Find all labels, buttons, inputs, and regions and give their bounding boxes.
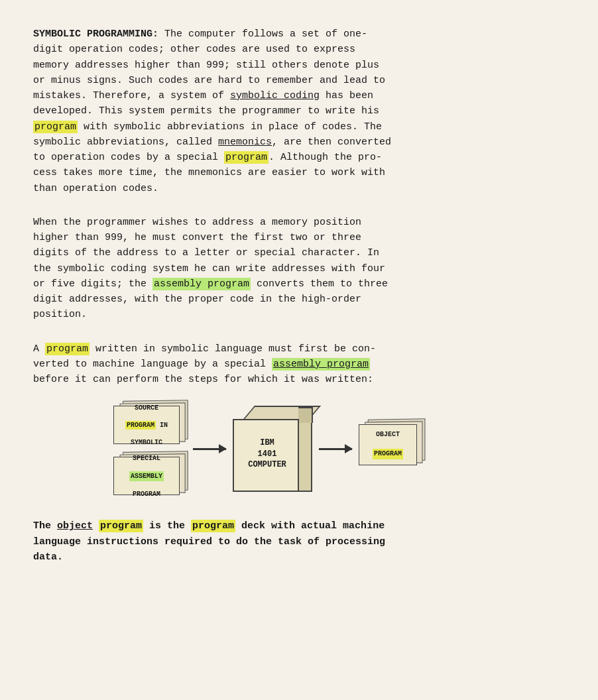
obj-card-front: OBJECT PROGRAM xyxy=(359,424,417,465)
computer-label: IBM 1401 COMPUTER xyxy=(234,438,300,471)
bottom-section: The object program is the program deck w… xyxy=(33,518,565,565)
program-highlight-5: program xyxy=(191,520,235,532)
obj-program-yellow: PROGRAM xyxy=(373,449,403,459)
special-label-line1: SPECIAL xyxy=(133,454,160,463)
para2-text: When the programmer wishes to address a … xyxy=(33,217,388,321)
input-card-stack: SOURCE PROGRAM IN SYMBOLIC SPECIAL ASSEM… xyxy=(113,406,186,492)
assembly-program-underline: assembly program xyxy=(272,358,370,371)
page-content: SYMBOLIC PROGRAMMING: The computer follo… xyxy=(33,27,565,565)
program-highlight-4: program xyxy=(99,520,143,532)
computer-line1: IBM xyxy=(260,438,274,447)
assembly-program-highlight-1: assembly program xyxy=(152,278,251,290)
assembly-label-green: ASSEMBLY xyxy=(129,471,164,481)
source-label-line4: SYMBOLIC xyxy=(131,438,162,447)
object-program-stack: OBJECT PROGRAM xyxy=(359,424,425,474)
arrow-line-1 xyxy=(193,448,226,450)
paragraph-2: When the programmer wishes to address a … xyxy=(33,215,565,323)
arrow-1 xyxy=(193,448,226,450)
para1-text: SYMBOLIC PROGRAMMING: The computer follo… xyxy=(33,29,391,194)
special-assembly-card: SPECIAL ASSEMBLY PROGRAM xyxy=(113,457,186,495)
mnemonics-underline: mnemonics xyxy=(218,137,272,148)
source-label-line1: SOURCE xyxy=(135,404,158,412)
computer-front-face: IBM 1401 COMPUTER xyxy=(233,419,299,492)
assembly-program-highlight-2: assembly program xyxy=(272,358,370,371)
program-highlight-3: program xyxy=(45,343,90,355)
obj-label-line1: OBJECT xyxy=(376,430,400,439)
arrow-2 xyxy=(319,448,352,450)
computer-box: IBM 1401 COMPUTER xyxy=(233,406,312,492)
arrow-line-2 xyxy=(319,448,352,450)
paragraph-1: SYMBOLIC PROGRAMMING: The computer follo… xyxy=(33,27,565,196)
symbolic-coding-underline: symbolic coding xyxy=(230,90,320,101)
source-program-card: SOURCE PROGRAM IN SYMBOLIC xyxy=(113,406,186,444)
paragraph-3: A program written in symbolic language m… xyxy=(33,341,565,388)
program-highlight-1: program xyxy=(33,121,78,133)
diagram-section: SOURCE PROGRAM IN SYMBOLIC SPECIAL ASSEM… xyxy=(33,406,565,492)
source-label-line2: PROGRAM IN xyxy=(125,421,168,430)
diagram-container: SOURCE PROGRAM IN SYMBOLIC SPECIAL ASSEM… xyxy=(113,406,485,492)
source-program-yellow: PROGRAM xyxy=(125,421,156,430)
para3-text: A program written in symbolic language m… xyxy=(33,343,376,386)
special-label-line3: PROGRAM xyxy=(133,490,160,498)
computer-top-right-face xyxy=(298,407,313,423)
paragraph-4: The object program is the program deck w… xyxy=(33,518,565,565)
object-underline: object xyxy=(57,520,93,532)
computer-line2: 1401 xyxy=(258,449,277,459)
computer-line3: COMPUTER xyxy=(248,460,286,469)
para4-text: The object program is the program deck w… xyxy=(33,520,385,563)
program-highlight-2: program xyxy=(224,151,269,164)
source-card-front: SOURCE PROGRAM IN SYMBOLIC xyxy=(113,406,180,444)
source-in: IN xyxy=(156,422,168,429)
special-card-front: SPECIAL ASSEMBLY PROGRAM xyxy=(113,457,180,495)
